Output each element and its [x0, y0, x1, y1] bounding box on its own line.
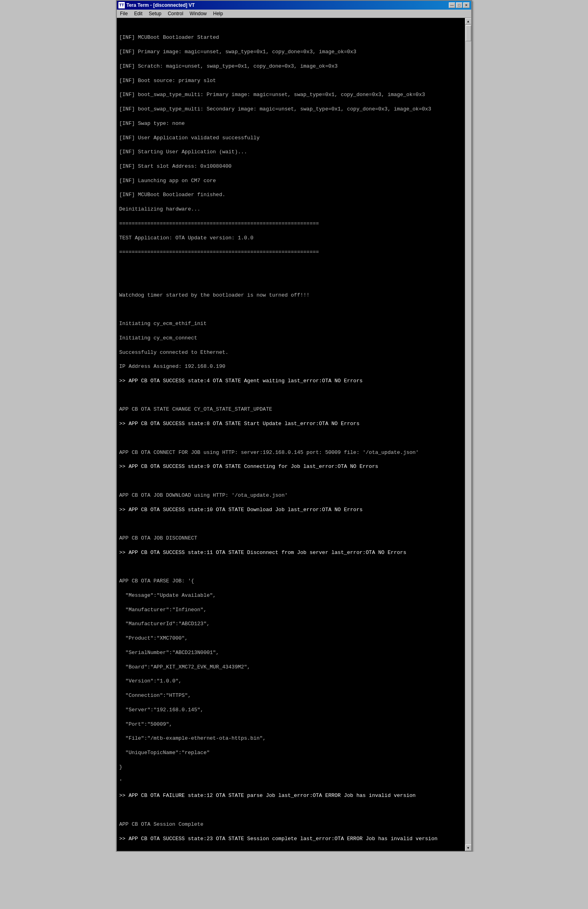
vertical-scrollbar[interactable]: ▲ ▼	[465, 18, 471, 851]
terminal-line: "SerialNumber":"ABCD213N0001",	[119, 649, 462, 656]
terminal-line: '	[119, 778, 462, 785]
terminal-line: "Port":"50009",	[119, 721, 462, 728]
terminal-line: >> APP CB OTA SUCCESS state:10 OTA STATE…	[119, 506, 462, 514]
terminal-line: Initiating cy_ecm_connect	[119, 335, 462, 342]
terminal-line: IP Address Assigned: 192.168.0.190	[119, 363, 462, 370]
terminal-line: "Board":"APP_KIT_XMC72_EVK_MUR_43439M2",	[119, 664, 462, 671]
terminal-line	[119, 392, 462, 399]
terminal-line	[119, 435, 462, 442]
terminal-line: "UniqueTopicName":"replace"	[119, 749, 462, 756]
terminal-line: Initiating cy_ecm_ethif_init	[119, 320, 462, 327]
terminal-line: Watchdog timer started by the bootloader…	[119, 292, 462, 299]
title-bar: TT Tera Term - [disconnected] VT — □ ✕	[117, 1, 471, 10]
terminal-line: "Manufacturer":"Infineon",	[119, 606, 462, 614]
terminal-line: APP CB OTA JOB DOWNLOAD using HTTP: '/ot…	[119, 492, 462, 499]
terminal-line: APP CB OTA CONNECT FOR JOB using HTTP: s…	[119, 449, 462, 456]
menu-item-file[interactable]: File	[118, 10, 129, 17]
minimize-button[interactable]: —	[449, 2, 455, 8]
terminal-area: [INF] MCUBoot Bootloader Started [INF] P…	[117, 18, 471, 851]
terminal-line: "Message":"Update Available",	[119, 592, 462, 599]
terminal-line: "File":"/mtb-example-ethernet-ota-https.…	[119, 735, 462, 742]
terminal-line: "ManufacturerId":"ABCD123",	[119, 620, 462, 628]
terminal-line: >> APP CB OTA SUCCESS state:8 OTA STATE …	[119, 420, 462, 427]
terminal-line: "Product":"XMC7000",	[119, 635, 462, 642]
terminal-line: "Version":"1.0.0",	[119, 678, 462, 685]
terminal-content: [INF] MCUBoot Bootloader Started [INF] P…	[117, 18, 465, 851]
terminal-line: [INF] Boot source: primary slot	[119, 77, 462, 84]
terminal-line: >> APP CB OTA SUCCESS state:9 OTA STATE …	[119, 463, 462, 470]
terminal-line: >> APP CB OTA FAILURE state:12 OTA STATE…	[119, 792, 462, 799]
terminal-line: [INF] boot_swap_type_multi: Primary imag…	[119, 91, 462, 98]
menu-item-help[interactable]: Help	[212, 10, 225, 17]
terminal-line	[119, 807, 462, 814]
terminal-line: [INF] User Application validated success…	[119, 134, 462, 142]
terminal-line	[119, 478, 462, 485]
menu-bar: FileEditSetupControlWindowHelp	[117, 10, 471, 18]
terminal-line: "Connection":"HTTPS",	[119, 692, 462, 699]
terminal-line	[119, 277, 462, 285]
terminal-line: APP CB OTA Session Complete	[119, 821, 462, 828]
terminal-line: [INF] boot_swap_type_multi: Secondary im…	[119, 106, 462, 113]
terminal-line	[119, 263, 462, 270]
terminal-line: ========================================…	[119, 220, 462, 227]
scroll-up-arrow[interactable]: ▲	[465, 18, 472, 24]
terminal-line: APP CB OTA PARSE JOB: '{	[119, 578, 462, 585]
terminal-line: [INF] MCUBoot Bootloader Started	[119, 34, 462, 41]
terminal[interactable]: [INF] MCUBoot Bootloader Started [INF] P…	[117, 18, 465, 851]
terminal-line	[119, 306, 462, 313]
terminal-line: [INF] MCUBoot Bootloader finished.	[119, 191, 462, 199]
maximize-button[interactable]: □	[456, 2, 462, 8]
menu-item-edit[interactable]: Edit	[132, 10, 144, 17]
terminal-line: APP CB OTA STATE CHANGE CY_OTA_STATE_STA…	[119, 406, 462, 413]
menu-item-setup[interactable]: Setup	[147, 10, 163, 17]
terminal-line: [INF] Start slot Address: 0x10080400	[119, 163, 462, 170]
title-bar-left: TT Tera Term - [disconnected] VT	[118, 2, 195, 8]
terminal-line: "Server":"192.168.0.145",	[119, 706, 462, 714]
terminal-line: [INF] Starting User Application (wait)..…	[119, 148, 462, 156]
terminal-line: >> APP CB OTA SUCCESS state:11 OTA STATE…	[119, 549, 462, 556]
terminal-line: [INF] Scratch: magic=unset, swap_type=0x…	[119, 63, 462, 70]
close-button[interactable]: ✕	[463, 2, 470, 8]
terminal-line: ========================================…	[119, 249, 462, 256]
terminal-line	[119, 520, 462, 528]
terminal-line: >> APP CB OTA SUCCESS state:23 OTA STATE…	[119, 835, 462, 843]
terminal-line: [INF] Launching app on CM7 core	[119, 177, 462, 185]
terminal-line: [INF] Swap type: none	[119, 120, 462, 127]
terminal-line: [INF] Primary image: magic=unset, swap_t…	[119, 48, 462, 56]
scroll-down-arrow[interactable]: ▼	[465, 845, 472, 851]
menu-item-control[interactable]: Control	[166, 10, 185, 17]
menu-item-window[interactable]: Window	[188, 10, 208, 17]
terminal-line: Successfully connected to Ethernet.	[119, 349, 462, 356]
terminal-line: Deinitializing hardware...	[119, 206, 462, 213]
terminal-line	[119, 564, 462, 571]
main-window: TT Tera Term - [disconnected] VT — □ ✕ F…	[116, 0, 472, 852]
terminal-line: }	[119, 764, 462, 771]
title-bar-buttons: — □ ✕	[449, 2, 470, 8]
terminal-line: APP CB OTA JOB DISCONNECT	[119, 535, 462, 542]
app-icon: TT	[118, 2, 125, 8]
window-title: Tera Term - [disconnected] VT	[126, 2, 195, 8]
terminal-line: TEST Application: OTA Update version: 1.…	[119, 235, 462, 242]
scroll-thumb[interactable]	[466, 25, 471, 41]
terminal-line: >> APP CB OTA SUCCESS state:4 OTA STATE …	[119, 377, 462, 385]
